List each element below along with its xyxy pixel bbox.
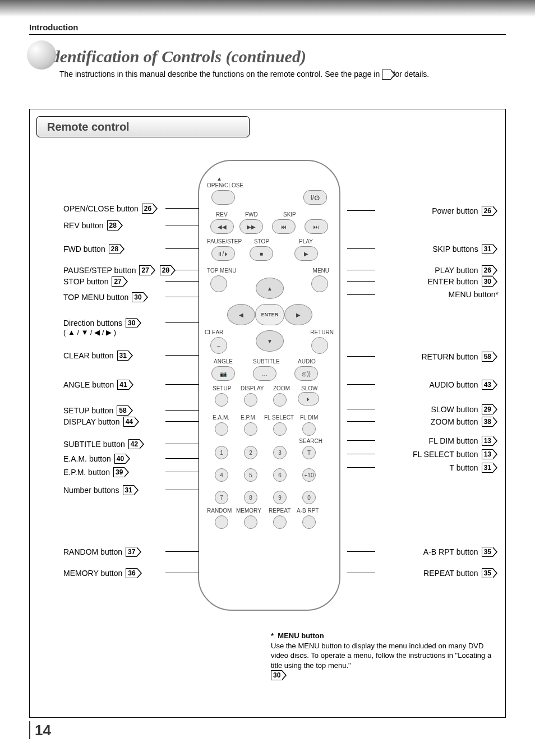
pageref: 58 xyxy=(482,352,493,362)
callout-right-11: T button31 xyxy=(450,463,499,473)
menu-button[interactable] xyxy=(311,275,328,292)
leader-line xyxy=(347,573,375,573)
subtitle-button[interactable]: … xyxy=(253,366,276,381)
num-8[interactable]: 8 xyxy=(244,491,257,504)
menu-label: MENU xyxy=(313,268,329,274)
enter-button[interactable]: ENTER xyxy=(255,304,284,325)
right-button[interactable]: ▶ xyxy=(284,304,312,325)
repeat-button[interactable] xyxy=(273,515,287,529)
subtitle-label: SUBTITLE xyxy=(253,358,280,365)
fwd-button[interactable]: ▶▶ xyxy=(239,219,263,234)
eject-icon: ▲ xyxy=(216,176,222,182)
callout-left-12: E.A.M. button40 xyxy=(63,454,131,464)
open-close-label: OPEN/CLOSE xyxy=(207,182,243,188)
slow-button[interactable]: ⏵ xyxy=(298,392,319,405)
clear-button[interactable]: – xyxy=(210,337,227,354)
callout-left-14: Number buttons31 xyxy=(63,485,140,495)
callout-left-4: STOP button27 xyxy=(63,276,129,287)
right-callouts: Power button26SKIP buttons31PLAY button2… xyxy=(353,109,499,717)
manual-page: Introduction Identification of Controls … xyxy=(0,0,535,756)
callout-label: FL SELECT button xyxy=(413,450,478,459)
callout-label: RETURN button xyxy=(421,352,478,361)
top-menu-button[interactable] xyxy=(210,275,227,292)
direction-pad: ▲ ▼ ◀ ▶ ENTER xyxy=(227,278,311,351)
leader-line xyxy=(347,421,375,422)
memory-button[interactable] xyxy=(244,515,257,529)
num-5[interactable]: 5 xyxy=(244,468,257,482)
num-0[interactable]: 0 xyxy=(302,491,316,504)
skip-prev-button[interactable]: ⏮ xyxy=(272,219,296,234)
power-button[interactable]: I/⏻ xyxy=(303,190,327,205)
skip-next-button[interactable]: ⏭ xyxy=(305,219,328,234)
num-9[interactable]: 9 xyxy=(273,491,287,504)
eam-button[interactable] xyxy=(215,422,228,436)
num-2[interactable]: 2 xyxy=(244,446,257,459)
callout-label: PAUSE/STEP button xyxy=(63,266,136,275)
num-6[interactable]: 6 xyxy=(273,468,287,482)
setup-button[interactable] xyxy=(215,393,228,407)
leader-line xyxy=(347,467,375,468)
leader-line xyxy=(165,490,199,490)
eam-label: E.A.M. xyxy=(213,414,229,421)
fl-select-button[interactable] xyxy=(273,422,287,436)
pageref: 38 xyxy=(482,417,493,427)
left-button[interactable]: ◀ xyxy=(227,304,255,325)
pageref: 31 xyxy=(482,244,493,254)
callout-label: Power button xyxy=(432,206,478,215)
leader-line xyxy=(347,454,375,454)
random-button[interactable] xyxy=(215,515,228,529)
callout-label: REPEAT button xyxy=(423,569,478,578)
display-button[interactable] xyxy=(244,393,257,407)
play-button[interactable]: ▶ xyxy=(294,246,318,261)
leader-line xyxy=(165,248,199,249)
down-button[interactable]: ▼ xyxy=(256,330,284,352)
epm-button[interactable] xyxy=(244,422,257,436)
leader-line xyxy=(347,294,375,295)
callout-label: TOP MENU button xyxy=(63,293,128,302)
leader-line xyxy=(347,270,375,270)
up-button[interactable]: ▲ xyxy=(256,278,284,299)
callout-label: FWD button xyxy=(63,245,105,253)
skip-label: SKIP xyxy=(283,211,296,218)
ab-rpt-button[interactable] xyxy=(302,515,316,529)
callout-right-1: SKIP buttons31 xyxy=(432,244,499,254)
t-button[interactable]: T xyxy=(302,446,316,459)
callout-label: E.A.M. button xyxy=(63,454,111,463)
audio-button[interactable]: ◎)) xyxy=(294,366,318,381)
callout-sub: ( ▲ / ▼ / ◀ / ▶ ) xyxy=(63,328,116,336)
open-close-button[interactable] xyxy=(211,190,235,205)
pageref: 30 xyxy=(482,276,493,287)
num-1[interactable]: 1 xyxy=(215,446,228,459)
callout-label: AUDIO button xyxy=(429,380,478,389)
num-4[interactable]: 4 xyxy=(215,468,228,482)
pageref: 28 xyxy=(160,265,171,275)
footnote: * MENU button Use the MENU button to dis… xyxy=(271,631,501,680)
play-label: PLAY xyxy=(299,238,313,245)
callout-right-13: REPEAT button35 xyxy=(423,568,499,578)
pageref: 37 xyxy=(126,547,137,557)
callout-label: REV button xyxy=(63,221,104,230)
callout-left-1: REV button28 xyxy=(63,220,124,231)
num-3[interactable]: 3 xyxy=(273,446,287,459)
top-gradient xyxy=(0,0,535,17)
pageref: 31 xyxy=(117,351,128,361)
pause-step-button[interactable]: ⏸/⏵ xyxy=(211,246,235,261)
leader-line xyxy=(347,356,375,357)
num-plus10[interactable]: +10 xyxy=(302,468,316,482)
pageref: 58 xyxy=(117,405,128,416)
stop-button[interactable]: ■ xyxy=(250,246,273,261)
callout-right-2: PLAY button26 xyxy=(435,265,499,275)
fl-dim-button[interactable] xyxy=(302,422,316,436)
callout-left-11: SUBTITLE button42 xyxy=(63,439,145,449)
num-7[interactable]: 7 xyxy=(215,491,228,504)
leader-line xyxy=(165,444,199,444)
callout-right-6: AUDIO button43 xyxy=(429,380,499,390)
angle-button[interactable]: 📷 xyxy=(211,366,235,381)
callout-right-9: FL DIM button13 xyxy=(428,436,499,446)
rev-button[interactable]: ◀◀ xyxy=(210,219,234,234)
zoom-button[interactable] xyxy=(273,393,287,407)
callout-label: Number buttons xyxy=(63,486,119,495)
callout-label: OPEN/CLOSE button xyxy=(63,204,139,213)
memory-label: MEMORY xyxy=(236,508,261,514)
return-button[interactable] xyxy=(311,337,328,354)
